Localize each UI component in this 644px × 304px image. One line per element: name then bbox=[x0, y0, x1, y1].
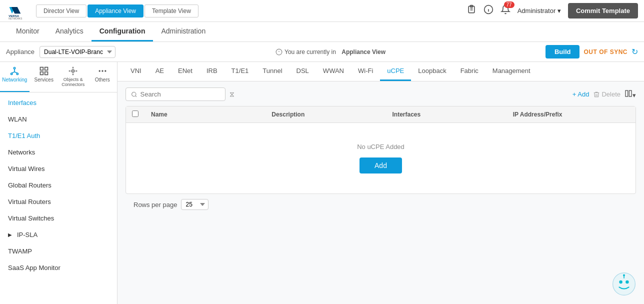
svg-point-38 bbox=[626, 280, 628, 284]
select-all-checkbox[interactable] bbox=[132, 110, 138, 117]
nav-tabs: Monitor Analytics Configuration Administ… bbox=[0, 22, 644, 42]
filter-icon[interactable]: ⧖ bbox=[230, 90, 234, 98]
col-name: Name bbox=[147, 111, 268, 118]
top-bar: VERSA NETWORKS Director View Appliance V… bbox=[0, 0, 644, 22]
tab-ucpe[interactable]: uCPE bbox=[380, 62, 411, 81]
sync-view: Appliance View bbox=[342, 48, 386, 56]
sidebar-item-networks[interactable]: Networks bbox=[0, 144, 117, 160]
empty-add-btn[interactable]: Add bbox=[360, 158, 402, 174]
sidebar-icon-objects-connectors[interactable]: Objects & Connectors bbox=[58, 62, 88, 92]
main-layout: Networking Services Objects & Connectors bbox=[0, 62, 644, 304]
search-input[interactable] bbox=[140, 90, 220, 98]
table-header: Name Description Interfaces IP Address/P… bbox=[126, 106, 636, 123]
tab-tunnel[interactable]: Tunnel bbox=[256, 62, 289, 81]
template-view-tab[interactable]: Template View bbox=[144, 4, 198, 18]
col-interfaces: Interfaces bbox=[388, 111, 509, 118]
sync-message: You are currently in bbox=[284, 48, 336, 56]
trash-icon bbox=[593, 91, 600, 98]
view-tabs: Director View Appliance View Template Vi… bbox=[36, 4, 198, 18]
sidebar-item-virtual-routers[interactable]: Virtual Routers bbox=[0, 194, 117, 210]
chatbot-icon[interactable] bbox=[612, 272, 636, 296]
admin-dropdown[interactable]: Administrator ▾ bbox=[518, 7, 561, 14]
director-view-tab[interactable]: Director View bbox=[36, 4, 86, 18]
delete-btn[interactable]: Delete bbox=[593, 90, 620, 98]
sidebar-item-ip-sla[interactable]: ▶IP-SLA bbox=[0, 226, 117, 243]
svg-rect-34 bbox=[626, 90, 628, 96]
sidebar-item-virtual-wires[interactable]: Virtual Wires bbox=[0, 160, 117, 177]
rows-per-page-select[interactable]: 10 25 50 100 bbox=[181, 199, 208, 210]
sidebar-item-t1e1-auth[interactable]: T1/E1 Auth bbox=[0, 128, 117, 144]
notification-badge: 77 bbox=[504, 2, 514, 8]
tab-dsl[interactable]: DSL bbox=[290, 62, 316, 81]
sidebar-item-wlan[interactable]: WLAN bbox=[0, 111, 117, 128]
svg-point-37 bbox=[619, 280, 622, 284]
table-empty-state: No uCPE Added Add bbox=[126, 123, 636, 194]
svg-text:NETWORKS: NETWORKS bbox=[8, 18, 22, 20]
svg-text:VERSA: VERSA bbox=[8, 14, 19, 18]
appliance-label: Appliance bbox=[6, 48, 34, 56]
sidebar-item-global-routers[interactable]: Global Routers bbox=[0, 177, 117, 194]
refresh-icon[interactable]: ↻ bbox=[632, 47, 638, 56]
appliance-bar: Appliance Dual-LTE-VOIP-Branc You are cu… bbox=[0, 42, 644, 62]
tab-loopback[interactable]: Loopback bbox=[411, 62, 453, 81]
objects-connectors-label: Objects & Connectors bbox=[60, 77, 86, 87]
sidebar-item-interfaces[interactable]: Interfaces bbox=[0, 94, 117, 111]
svg-rect-20 bbox=[40, 68, 43, 70]
interface-tabs: VNI AE ENet IRB T1/E1 Tunnel DSL WWAN Wi… bbox=[118, 62, 644, 82]
tab-analytics[interactable]: Analytics bbox=[48, 22, 92, 42]
sidebar-nav: Interfaces WLAN T1/E1 Auth Networks Virt… bbox=[0, 92, 117, 304]
tab-fabric[interactable]: Fabric bbox=[454, 62, 486, 81]
content-area: VNI AE ENet IRB T1/E1 Tunnel DSL WWAN Wi… bbox=[118, 62, 644, 304]
sidebar-icon-others[interactable]: Others bbox=[88, 62, 118, 92]
tab-ae[interactable]: AE bbox=[148, 62, 171, 81]
svg-point-32 bbox=[132, 92, 136, 96]
svg-point-24 bbox=[72, 70, 74, 72]
col-ip-address: IP Address/Prefix bbox=[509, 111, 630, 118]
sidebar-icon-services[interactable]: Services bbox=[30, 62, 59, 92]
sidebar-icon-row: Networking Services Objects & Connectors bbox=[0, 62, 117, 92]
sidebar-icon-networking[interactable]: Networking bbox=[0, 62, 30, 92]
empty-message: No uCPE Added bbox=[357, 143, 404, 150]
toolbar-right: + Add Delete ▾ bbox=[572, 90, 636, 99]
appliance-selector[interactable]: Dual-LTE-VOIP-Branc bbox=[40, 46, 116, 58]
svg-rect-22 bbox=[40, 72, 43, 75]
svg-rect-35 bbox=[629, 90, 632, 96]
table-container: Name Description Interfaces IP Address/P… bbox=[126, 106, 636, 194]
build-btn[interactable]: Build bbox=[546, 45, 580, 58]
tab-monitor[interactable]: Monitor bbox=[8, 22, 48, 42]
tab-irb[interactable]: IRB bbox=[200, 62, 224, 81]
columns-toggle-btn[interactable]: ▾ bbox=[624, 90, 636, 99]
services-label: Services bbox=[34, 77, 54, 82]
svg-point-16 bbox=[16, 73, 18, 74]
top-right-actions: 77 Administrator ▾ Commit Template bbox=[466, 3, 638, 18]
search-icon bbox=[131, 91, 138, 98]
sidebar-item-virtual-switches[interactable]: Virtual Switches bbox=[0, 210, 117, 226]
header-checkbox-cell bbox=[132, 110, 147, 118]
rows-per-page-label: Rows per page bbox=[134, 201, 177, 208]
sidebar: Networking Services Objects & Connectors bbox=[0, 62, 118, 304]
sync-info: You are currently in Appliance View bbox=[276, 48, 386, 56]
tab-t1e1[interactable]: T1/E1 bbox=[224, 62, 256, 81]
svg-line-33 bbox=[136, 96, 136, 96]
tab-wifi[interactable]: Wi-Fi bbox=[351, 62, 380, 81]
svg-rect-23 bbox=[44, 72, 48, 75]
table-toolbar: ⧖ + Add Delete ▾ bbox=[126, 88, 636, 101]
svg-point-31 bbox=[99, 70, 100, 72]
tab-vni[interactable]: VNI bbox=[124, 62, 148, 81]
tab-administration[interactable]: Administration bbox=[153, 22, 214, 42]
add-btn[interactable]: + Add bbox=[572, 90, 590, 98]
notification-icon-btn[interactable]: 77 bbox=[500, 4, 510, 17]
logo: VERSA NETWORKS bbox=[6, 1, 26, 21]
sidebar-item-twamp[interactable]: TWAMP bbox=[0, 243, 117, 260]
tab-enet[interactable]: ENet bbox=[171, 62, 200, 81]
others-label: Others bbox=[95, 77, 110, 82]
info-icon-btn[interactable] bbox=[484, 4, 494, 17]
tab-configuration[interactable]: Configuration bbox=[92, 22, 154, 42]
appliance-view-tab[interactable]: Appliance View bbox=[88, 4, 144, 18]
sidebar-item-saas-app-monitor[interactable]: SaaS App Monitor bbox=[0, 260, 117, 276]
clipboard-icon-btn[interactable] bbox=[466, 4, 476, 17]
tab-wwan[interactable]: WWAN bbox=[316, 62, 351, 81]
commit-template-btn[interactable]: Commit Template bbox=[568, 3, 638, 18]
tab-management[interactable]: Management bbox=[486, 62, 538, 81]
svg-point-29 bbox=[102, 70, 103, 72]
